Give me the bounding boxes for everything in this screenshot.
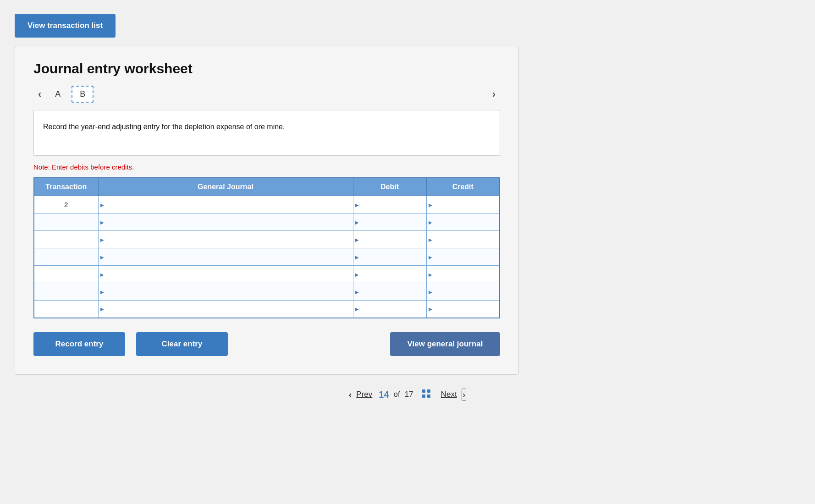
pagination-next-label[interactable]: Next (441, 390, 457, 399)
cell-transaction-5 (34, 266, 98, 283)
input-debit-7[interactable] (353, 301, 426, 318)
table-row (34, 283, 500, 301)
input-journal-7[interactable] (99, 301, 353, 318)
table-row (34, 214, 500, 231)
tab-a[interactable]: A (48, 87, 68, 102)
input-credit-3[interactable] (427, 231, 500, 248)
tab-prev-arrow[interactable]: ‹ (33, 87, 46, 102)
input-journal-2[interactable] (99, 214, 353, 230)
input-credit-1[interactable] (427, 196, 500, 213)
cell-debit-1[interactable] (353, 196, 426, 214)
input-credit-6[interactable] (427, 283, 500, 300)
cell-credit-2[interactable] (426, 214, 500, 231)
input-debit-6[interactable] (353, 283, 426, 300)
worksheet-container: Journal entry worksheet ‹ A B › Record t… (15, 47, 519, 375)
pagination-total-pages: 17 (405, 390, 413, 399)
cell-transaction-2 (34, 214, 98, 231)
input-journal-1[interactable] (99, 196, 353, 213)
cell-credit-6[interactable] (426, 283, 500, 301)
note-text: Note: Enter debits before credits. (33, 163, 500, 171)
cell-journal-3[interactable] (98, 231, 353, 248)
journal-table: Transaction General Journal Debit Credit… (33, 177, 500, 318)
cell-transaction-1: 2 (34, 196, 98, 214)
table-row (34, 266, 500, 283)
view-transaction-button[interactable]: View transaction list (15, 14, 116, 38)
cell-credit-3[interactable] (426, 231, 500, 248)
pagination-current-page: 14 (379, 389, 389, 400)
svg-rect-1 (427, 389, 430, 393)
pagination-bar: ‹ Prev 14 of 17 Next › (0, 375, 815, 405)
grid-icon[interactable] (422, 389, 431, 400)
cell-journal-4[interactable] (98, 248, 353, 266)
input-credit-7[interactable] (427, 301, 500, 318)
cell-transaction-7 (34, 301, 98, 318)
col-header-journal: General Journal (98, 178, 353, 196)
cell-credit-4[interactable] (426, 248, 500, 266)
pagination-next-arrow[interactable]: › (462, 389, 467, 401)
cell-debit-5[interactable] (353, 266, 426, 283)
input-journal-6[interactable] (99, 283, 353, 300)
svg-rect-3 (427, 394, 430, 398)
tab-b[interactable]: B (72, 86, 94, 103)
cell-debit-3[interactable] (353, 231, 426, 248)
col-header-debit: Debit (353, 178, 426, 196)
table-row (34, 301, 500, 318)
cell-debit-4[interactable] (353, 248, 426, 266)
input-credit-2[interactable] (427, 214, 500, 230)
cell-journal-5[interactable] (98, 266, 353, 283)
cell-journal-1[interactable] (98, 196, 353, 214)
input-credit-4[interactable] (427, 248, 500, 265)
table-row: 2 (34, 196, 500, 214)
input-debit-5[interactable] (353, 266, 426, 283)
cell-credit-7[interactable] (426, 301, 500, 318)
view-general-journal-button[interactable]: View general journal (390, 332, 500, 356)
input-journal-5[interactable] (99, 266, 353, 283)
cell-journal-2[interactable] (98, 214, 353, 231)
input-debit-1[interactable] (353, 196, 426, 213)
input-credit-5[interactable] (427, 266, 500, 283)
input-journal-3[interactable] (99, 231, 353, 248)
col-header-transaction: Transaction (34, 178, 98, 196)
input-debit-3[interactable] (353, 231, 426, 248)
pagination-of-label: of (394, 390, 400, 399)
input-journal-4[interactable] (99, 248, 353, 265)
svg-rect-2 (422, 394, 425, 398)
instruction-box: Record the year-end adjusting entry for … (33, 110, 500, 156)
record-entry-button[interactable]: Record entry (33, 332, 125, 356)
cell-debit-2[interactable] (353, 214, 426, 231)
input-debit-4[interactable] (353, 248, 426, 265)
tab-next-arrow[interactable]: › (488, 87, 500, 102)
cell-transaction-4 (34, 248, 98, 266)
button-row: Record entry Clear entry View general jo… (33, 332, 500, 356)
cell-transaction-3 (34, 231, 98, 248)
worksheet-title: Journal entry worksheet (33, 61, 500, 77)
table-row (34, 231, 500, 248)
cell-credit-5[interactable] (426, 266, 500, 283)
pagination-prev-arrow[interactable]: ‹ (349, 389, 352, 400)
cell-transaction-6 (34, 283, 98, 301)
input-debit-2[interactable] (353, 214, 426, 230)
tabs-row: ‹ A B › (33, 86, 500, 103)
svg-rect-0 (422, 389, 425, 393)
cell-debit-6[interactable] (353, 283, 426, 301)
col-header-credit: Credit (426, 178, 500, 196)
table-row (34, 248, 500, 266)
pagination-prev-label[interactable]: Prev (356, 390, 372, 399)
clear-entry-button[interactable]: Clear entry (136, 332, 228, 356)
cell-credit-1[interactable] (426, 196, 500, 214)
cell-journal-6[interactable] (98, 283, 353, 301)
cell-debit-7[interactable] (353, 301, 426, 318)
cell-journal-7[interactable] (98, 301, 353, 318)
